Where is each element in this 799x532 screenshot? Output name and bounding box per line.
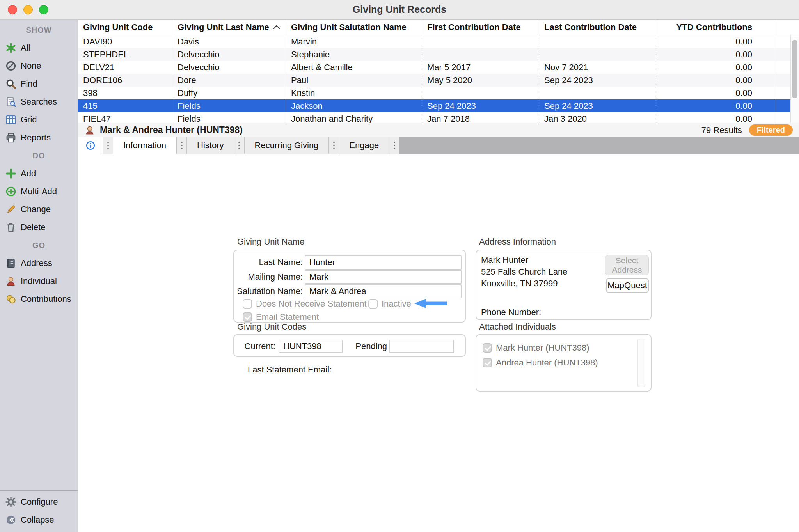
- attached-individuals-group-label: Attached Individuals: [479, 322, 556, 332]
- sidebar-item-all[interactable]: All: [0, 39, 78, 57]
- results-count: 79 Results: [701, 125, 742, 135]
- giving-units-table: Giving Unit Code Giving Unit Last Name G…: [78, 20, 799, 123]
- minimize-button[interactable]: [23, 5, 33, 14]
- pending-code-label: Pending: [355, 341, 387, 351]
- salutation-name-input[interactable]: [305, 284, 462, 298]
- does-not-receive-statement-checkbox[interactable]: [243, 299, 252, 309]
- last-name-input[interactable]: [305, 255, 462, 270]
- sidebar-item-add[interactable]: Add: [0, 165, 78, 183]
- kebab-icon: [332, 140, 336, 151]
- table-body: DAVI90DavisMarvin0.00 STEPHDELDelvecchio…: [78, 35, 799, 123]
- grid-icon: [5, 114, 16, 125]
- filtered-badge[interactable]: Filtered: [749, 124, 793, 136]
- attached-individual-label: Mark Hunter (HUNT398): [496, 343, 589, 353]
- info-tab[interactable]: [78, 137, 103, 154]
- reports-icon: [5, 132, 16, 143]
- mailing-name-input[interactable]: [305, 270, 462, 284]
- inactive-checkbox[interactable]: [368, 299, 378, 309]
- close-button[interactable]: [8, 5, 17, 14]
- add-icon: [5, 168, 16, 179]
- table-row[interactable]: STEPHDELDelvecchioStephanie0.00: [78, 48, 799, 61]
- tab-information[interactable]: Information: [113, 137, 177, 154]
- sidebar-item-multi-add[interactable]: Multi-Add: [0, 183, 78, 200]
- sidebar-item-change[interactable]: Change: [0, 200, 78, 218]
- table-row[interactable]: FIEL47FieldsJonathan and CharityJan 7 20…: [78, 112, 799, 123]
- giving-unit-codes-group: Current: Pending: [233, 334, 466, 357]
- gear-icon: [5, 497, 16, 507]
- tab-drag-handle[interactable]: [234, 137, 245, 154]
- tab-recurring-giving[interactable]: Recurring Giving: [245, 137, 329, 154]
- column-header-giving-unit-last-name[interactable]: Giving Unit Last Name: [172, 20, 286, 35]
- attached-individual-row[interactable]: Mark Hunter (HUNT398): [483, 343, 589, 353]
- mailing-name-label: Mailing Name:: [248, 272, 303, 282]
- current-code-input[interactable]: [279, 340, 343, 353]
- sidebar-item-configure[interactable]: Configure: [0, 493, 78, 511]
- change-icon: [5, 204, 16, 215]
- sidebar: SHOW All None Find Searches Grid: [0, 20, 78, 532]
- sidebar-item-find[interactable]: Find: [0, 75, 78, 93]
- sidebar-item-reports[interactable]: Reports: [0, 129, 78, 147]
- table-scrollbar-thumb[interactable]: [792, 40, 797, 98]
- tab-drag-handle[interactable]: [103, 137, 113, 154]
- sidebar-item-individual[interactable]: Individual: [0, 272, 78, 290]
- pending-code-input[interactable]: [389, 340, 454, 353]
- tab-drag-handle[interactable]: [329, 137, 339, 154]
- giving-unit-name-group: Last Name: Mailing Name: Salutation Name…: [233, 250, 466, 323]
- attached-individual-label: Andrea Hunter (HUNT398): [496, 358, 598, 368]
- mapquest-button[interactable]: MapQuest: [606, 278, 649, 293]
- table-scrollbar[interactable]: [790, 35, 799, 123]
- tab-bar-filler: [400, 137, 799, 154]
- searches-icon: [5, 96, 16, 107]
- attached-individuals-scrollbar[interactable]: [637, 339, 645, 387]
- select-address-button[interactable]: Select Address: [605, 255, 649, 275]
- attached-individuals-group: Mark Hunter (HUNT398) Andrea Hunter (HUN…: [476, 334, 652, 392]
- table-row[interactable]: DELV21DelvecchioAlbert & CamilleMar 5 20…: [78, 61, 799, 74]
- attached-individual-checkbox[interactable]: [483, 343, 492, 353]
- sidebar-item-address[interactable]: Address: [0, 254, 78, 272]
- column-header-salutation-name[interactable]: Giving Unit Salutation Name: [286, 20, 422, 35]
- sidebar-divider: [0, 490, 78, 491]
- sidebar-item-label: Change: [21, 204, 51, 215]
- sidebar-item-contributions[interactable]: Contributions: [0, 290, 78, 308]
- sidebar-item-label: Searches: [21, 97, 57, 107]
- table-row-selected[interactable]: 415FieldsJacksonSep 24 2023Sep 24 20230.…: [78, 99, 799, 112]
- find-icon: [5, 78, 16, 89]
- traffic-lights: [8, 5, 48, 14]
- email-statement-label: Email Statement: [256, 312, 319, 322]
- sidebar-item-delete[interactable]: Delete: [0, 218, 78, 236]
- address-information-group-label: Address Information: [479, 237, 556, 247]
- column-header-ytd-contributions[interactable]: YTD Contributions: [656, 20, 776, 35]
- table-row[interactable]: DAVI90DavisMarvin0.00: [78, 35, 799, 48]
- column-header-giving-unit-code[interactable]: Giving Unit Code: [78, 20, 172, 35]
- column-header-last-contribution-date[interactable]: Last Contribution Date: [539, 20, 656, 35]
- info-icon: [85, 140, 96, 151]
- table-row[interactable]: DORE106DorePaulMay 5 2020Sep 24 20230.00: [78, 74, 799, 87]
- sidebar-item-none[interactable]: None: [0, 57, 78, 75]
- attached-individual-checkbox[interactable]: [483, 358, 492, 367]
- address-line: 525 Falls Church Lane: [481, 266, 567, 278]
- sidebar-item-label: Grid: [21, 115, 37, 125]
- window-title: Giving Unit Records: [353, 4, 446, 15]
- tab-drag-handle[interactable]: [389, 137, 400, 154]
- sidebar-section-do: DO: [0, 147, 78, 165]
- sidebar-item-grid[interactable]: Grid: [0, 111, 78, 129]
- delete-icon: [5, 222, 16, 233]
- multi-add-icon: [5, 186, 16, 197]
- does-not-receive-statement-label: Does Not Receive Statement: [256, 299, 367, 309]
- sidebar-item-collapse[interactable]: Collapse: [0, 511, 78, 529]
- address-information-group: Mark Hunter 525 Falls Church Lane Knoxvi…: [476, 250, 652, 320]
- giving-unit-name-group-label: Giving Unit Name: [237, 237, 304, 247]
- tab-bar: Information History Recurring Giving Eng…: [78, 137, 799, 154]
- column-header-first-contribution-date[interactable]: First Contribution Date: [422, 20, 539, 35]
- tab-history[interactable]: History: [187, 137, 234, 154]
- table-row[interactable]: 398DuffyKristin0.00: [78, 87, 799, 99]
- sidebar-item-searches[interactable]: Searches: [0, 93, 78, 111]
- attached-individual-row[interactable]: Andrea Hunter (HUNT398): [483, 358, 598, 368]
- window-titlebar: Giving Unit Records: [0, 0, 799, 20]
- information-pane: Giving Unit Name Last Name: Mailing Name…: [78, 154, 799, 532]
- email-statement-checkbox[interactable]: [243, 312, 252, 322]
- tab-engage[interactable]: Engage: [339, 137, 389, 154]
- zoom-button[interactable]: [39, 5, 48, 14]
- tab-drag-handle[interactable]: [177, 137, 187, 154]
- sidebar-item-label: Multi-Add: [21, 186, 57, 197]
